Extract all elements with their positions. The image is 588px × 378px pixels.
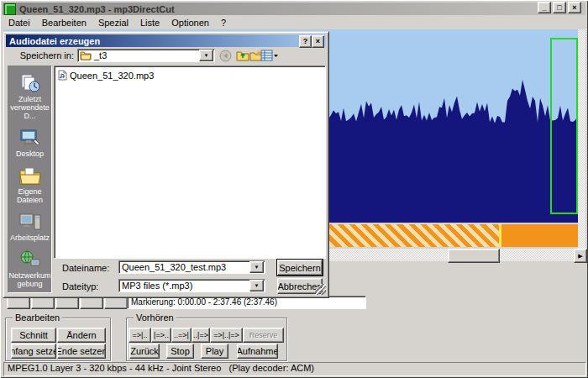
place-label: Eigene Dateien [8,187,51,204]
edit-button-schnitt[interactable]: Schnitt [11,328,56,343]
scrollbar-thumb[interactable] [448,249,500,263]
scrollbar-right-arrow[interactable]: ▶ [574,249,587,263]
statusbar: MPEG1.0 Layer 3 - 320 kbps - 44 kHz - Jo… [3,362,586,376]
menu-item-spezial[interactable]: Spezial [92,17,134,29]
file-name: Queen_51_320.mp3 [70,71,154,81]
preview-skip-button: Reserve [243,328,284,343]
edit-button-ende-setzen[interactable]: Ende setzen [57,344,106,359]
preview-group: Vorhören =>|..|=>....=>|..|=>=>|..|=>Res… [126,318,287,361]
place-item[interactable]: Eigene Dateien [8,165,51,204]
window-title: Queen_51_320.mp3 - mp3DirectCut [19,4,175,14]
preview-skip-button[interactable]: =>|..|=> [210,328,243,343]
filename-label: Dateiname: [62,261,109,275]
menubar: DateiBearbeitenSpezialListeOptionen? [3,16,585,29]
place-item[interactable]: Desktop [8,128,51,158]
filetype-combobox[interactable]: MP3 files (*.mp3) ▼ [118,279,265,292]
place-label: Netzwerkumgebung [8,271,51,288]
up-folder-icon[interactable] [235,49,249,62]
edit-group: Bearbeiten SchnittÄndernAnfang setzenEnd… [5,318,111,361]
preview-skip-button[interactable]: =>|.. [129,328,151,343]
place-item[interactable]: Zuletzt verwendete D... [8,73,51,120]
place-item[interactable]: Netzwerkumgebung [8,249,51,288]
place-label: Arbeitsplatz [10,234,50,242]
file-list[interactable]: Queen_51_320.mp3 [54,66,326,259]
place-item[interactable]: Arbeitsplatz [8,212,51,242]
save-in-label: Speichern in: [18,49,74,62]
statusbar-text: MPEG1.0 Layer 3 - 320 kbps - 44 kHz - Jo… [4,363,585,374]
save-in-combobox[interactable]: _t3 ▼ [77,49,215,62]
mp3-file-icon [58,70,67,81]
file-item[interactable]: Queen_51_320.mp3 [58,70,325,81]
dialog-titlebar[interactable]: Audiodatei erzeugen [6,34,326,47]
preview-button-aufnahme[interactable]: Aufnahme [237,344,278,359]
menu-item-liste[interactable]: Liste [134,17,165,29]
selection-rectangle[interactable] [550,38,578,214]
app-icon [4,3,16,15]
selection-bar-solid[interactable] [501,224,578,247]
save-button[interactable]: Speichern [277,260,323,276]
views-icon[interactable] [260,49,279,62]
place-label: Desktop [16,150,44,158]
filetype-dropdown-arrow[interactable]: ▼ [249,280,264,291]
filename-value[interactable]: Queen_51_320_test.mp3 [119,262,249,272]
save-dialog: Audiodatei erzeugen ? × Speichern in: _t… [3,31,329,298]
resize-grip-icon[interactable] [315,284,326,295]
network-icon [18,249,42,270]
desktop-icon [18,128,42,148]
menu-item-datei[interactable]: Datei [3,17,36,29]
filename-combobox[interactable]: Queen_51_320_test.mp3 ▼ [118,260,265,274]
preview-button-stop[interactable]: Stop [166,344,194,359]
preview-skip-button[interactable]: ..=>| [171,328,192,343]
places-bar: Zuletzt verwendete D...DesktopEigene Dat… [8,66,52,293]
filetype-label: Dateityp: [62,280,98,293]
right-edge-strip [578,29,585,249]
folder-icon [80,50,92,60]
edit-group-label: Bearbeiten [13,312,62,323]
dialog-title: Audiodatei erzeugen [9,36,100,46]
save-in-dropdown-arrow[interactable]: ▼ [199,50,213,61]
dialog-help-button[interactable]: ? [299,35,312,48]
filename-dropdown-arrow[interactable]: ▼ [249,261,264,273]
mp3directcut-window: Queen_51_320.mp3 - mp3DirectCut _ □ × Da… [0,0,588,378]
back-icon[interactable] [218,49,233,62]
edit-button-ändern[interactable]: Ändern [57,328,106,343]
preview-skip-button[interactable]: ..|=> [192,328,210,343]
filetype-value: MP3 files (*.mp3) [119,281,249,291]
window-titlebar[interactable]: Queen_51_320.mp3 - mp3DirectCut [3,3,585,15]
close-button[interactable]: × [568,2,581,13]
minimize-button[interactable]: _ [538,2,551,13]
menu-item-bearbeiten[interactable]: Bearbeiten [36,17,92,29]
preview-button-zurück[interactable]: Zurück [129,344,160,359]
dialog-close-button[interactable]: × [312,35,324,48]
place-label: Zuletzt verwendete D... [8,95,51,120]
menu-item-optionen[interactable]: Optionen [165,17,215,29]
save-in-value: _t3 [92,50,199,60]
preview-group-label: Vorhören [134,312,176,323]
edit-button-anfang-setzen[interactable]: Anfang setzen [11,344,56,359]
maximize-button[interactable]: □ [553,2,566,13]
preview-button-play[interactable]: Play [201,344,228,359]
my-documents-icon [18,165,42,186]
menu-item-?[interactable]: ? [215,17,232,29]
recent-documents-icon [18,73,42,93]
preview-skip-button[interactable]: |=>.. [151,328,171,343]
my-computer-icon [18,212,42,232]
